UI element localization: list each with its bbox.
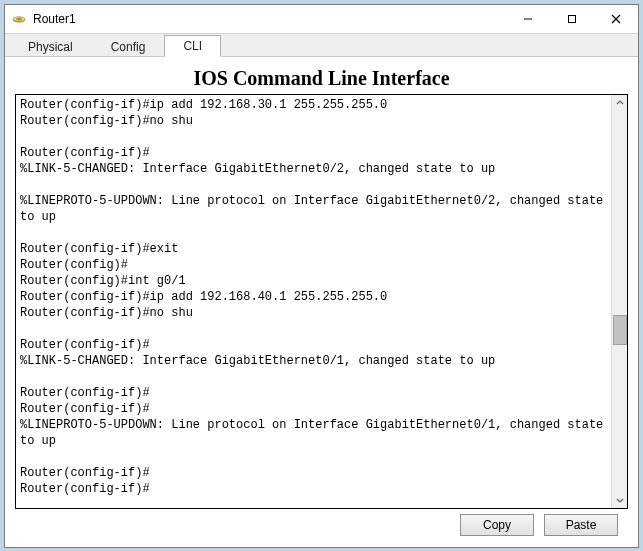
svg-rect-5 bbox=[569, 16, 576, 23]
cli-output[interactable]: Router(config-if)#ip add 192.168.30.1 25… bbox=[16, 95, 611, 508]
titlebar[interactable]: Router1 bbox=[5, 5, 638, 33]
scroll-thumb[interactable] bbox=[613, 315, 627, 345]
maximize-button[interactable] bbox=[550, 5, 594, 33]
vertical-scrollbar[interactable] bbox=[611, 95, 627, 508]
tab-strip: Physical Config CLI bbox=[5, 33, 638, 57]
close-button[interactable] bbox=[594, 5, 638, 33]
tab-content: IOS Command Line Interface Router(config… bbox=[5, 57, 638, 547]
terminal-container: Router(config-if)#ip add 192.168.30.1 25… bbox=[15, 94, 628, 509]
paste-button[interactable]: Paste bbox=[544, 514, 618, 536]
footer-buttons: Copy Paste bbox=[15, 509, 628, 541]
tab-physical[interactable]: Physical bbox=[9, 36, 92, 57]
window-controls bbox=[506, 5, 638, 33]
cli-heading: IOS Command Line Interface bbox=[15, 67, 628, 90]
scroll-up-icon[interactable] bbox=[612, 95, 628, 111]
router-icon bbox=[11, 11, 27, 27]
app-window: Router1 Physical Config CLI IOS Command … bbox=[4, 4, 639, 548]
window-title: Router1 bbox=[33, 12, 506, 26]
scroll-down-icon[interactable] bbox=[612, 492, 628, 508]
copy-button[interactable]: Copy bbox=[460, 514, 534, 536]
tab-cli[interactable]: CLI bbox=[164, 35, 221, 57]
tab-config[interactable]: Config bbox=[92, 36, 165, 57]
minimize-button[interactable] bbox=[506, 5, 550, 33]
